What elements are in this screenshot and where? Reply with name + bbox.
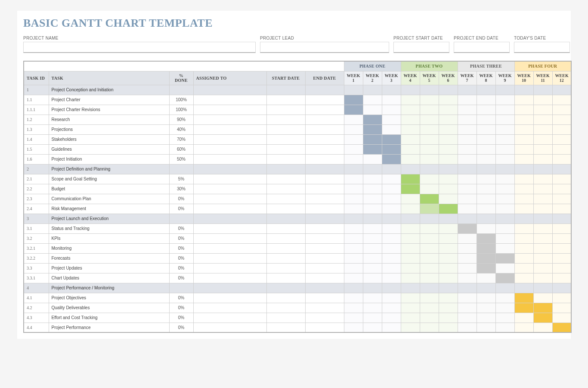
cell-task-name[interactable]: Project Definition and Planning xyxy=(49,164,169,174)
cell-week-7[interactable] xyxy=(458,124,477,134)
cell-task-name[interactable]: Communication Plan xyxy=(49,194,169,204)
cell-week-6[interactable] xyxy=(439,105,458,115)
cell-week-1[interactable] xyxy=(344,115,363,124)
cell-task-name[interactable]: Project Launch and Execution xyxy=(49,214,169,223)
cell-start-date[interactable] xyxy=(266,223,305,233)
project-lead-input[interactable] xyxy=(260,42,389,53)
cell-week-3[interactable] xyxy=(382,194,401,204)
cell-task-id[interactable]: 3.3.1 xyxy=(24,273,49,283)
cell-week-3[interactable] xyxy=(382,184,401,194)
cell-week-11[interactable] xyxy=(533,95,552,105)
cell-week-11[interactable] xyxy=(533,194,552,204)
cell-week-10[interactable] xyxy=(514,323,533,332)
cell-start-date[interactable] xyxy=(266,283,305,293)
cell-week-9[interactable] xyxy=(495,214,514,223)
cell-pct-done[interactable]: 90% xyxy=(169,115,193,124)
cell-week-12[interactable] xyxy=(552,323,571,332)
cell-task-id[interactable]: 3.2 xyxy=(24,233,49,243)
cell-pct-done[interactable]: 5% xyxy=(169,174,193,184)
cell-week-5[interactable] xyxy=(420,124,439,134)
cell-assigned-to[interactable] xyxy=(193,214,266,223)
cell-week-5[interactable] xyxy=(420,154,439,164)
cell-week-9[interactable] xyxy=(495,293,514,303)
cell-week-12[interactable] xyxy=(552,313,571,323)
cell-week-8[interactable] xyxy=(477,313,495,323)
cell-pct-done[interactable]: 100% xyxy=(169,105,193,115)
cell-week-8[interactable] xyxy=(477,303,495,313)
cell-week-7[interactable] xyxy=(458,184,477,194)
cell-task-name[interactable]: Quality Deliverables xyxy=(49,303,169,313)
cell-pct-done[interactable]: 40% xyxy=(169,124,193,134)
cell-assigned-to[interactable] xyxy=(193,283,266,293)
cell-week-4[interactable] xyxy=(401,214,420,223)
cell-pct-done[interactable]: 0% xyxy=(169,204,193,214)
cell-week-10[interactable] xyxy=(514,144,533,154)
cell-pct-done[interactable]: 0% xyxy=(169,194,193,204)
cell-week-10[interactable] xyxy=(514,204,533,214)
cell-week-7[interactable] xyxy=(458,283,477,293)
cell-start-date[interactable] xyxy=(266,303,305,313)
cell-start-date[interactable] xyxy=(266,115,305,124)
cell-week-11[interactable] xyxy=(533,253,552,263)
cell-assigned-to[interactable] xyxy=(193,263,266,273)
cell-week-10[interactable] xyxy=(514,293,533,303)
cell-week-10[interactable] xyxy=(514,85,533,95)
cell-week-9[interactable] xyxy=(495,233,514,243)
cell-week-8[interactable] xyxy=(477,214,495,223)
cell-task-name[interactable]: Project Objectives xyxy=(49,293,169,303)
cell-week-9[interactable] xyxy=(495,273,514,283)
cell-task-id[interactable]: 4.3 xyxy=(24,313,49,323)
cell-start-date[interactable] xyxy=(266,243,305,253)
cell-pct-done[interactable] xyxy=(169,164,193,174)
cell-pct-done[interactable] xyxy=(169,85,193,95)
cell-week-3[interactable] xyxy=(382,323,401,332)
cell-task-id[interactable]: 4.2 xyxy=(24,303,49,313)
cell-end-date[interactable] xyxy=(305,243,344,253)
cell-week-6[interactable] xyxy=(439,194,458,204)
cell-assigned-to[interactable] xyxy=(193,323,266,332)
cell-start-date[interactable] xyxy=(266,263,305,273)
cell-end-date[interactable] xyxy=(305,154,344,164)
cell-start-date[interactable] xyxy=(266,253,305,263)
cell-week-4[interactable] xyxy=(401,293,420,303)
cell-week-5[interactable] xyxy=(420,283,439,293)
cell-task-id[interactable]: 1.1 xyxy=(24,95,49,105)
cell-week-4[interactable] xyxy=(401,184,420,194)
cell-week-8[interactable] xyxy=(477,174,495,184)
cell-task-name[interactable]: Research xyxy=(49,115,169,124)
cell-week-5[interactable] xyxy=(420,303,439,313)
cell-start-date[interactable] xyxy=(266,313,305,323)
cell-task-name[interactable]: Scope and Goal Setting xyxy=(49,174,169,184)
cell-week-10[interactable] xyxy=(514,105,533,115)
cell-week-8[interactable] xyxy=(477,293,495,303)
cell-week-7[interactable] xyxy=(458,293,477,303)
cell-week-10[interactable] xyxy=(514,233,533,243)
cell-week-4[interactable] xyxy=(401,313,420,323)
cell-week-5[interactable] xyxy=(420,184,439,194)
cell-pct-done[interactable]: 50% xyxy=(169,154,193,164)
cell-week-9[interactable] xyxy=(495,283,514,293)
cell-end-date[interactable] xyxy=(305,124,344,134)
cell-week-11[interactable] xyxy=(533,243,552,253)
cell-task-id[interactable]: 2.1 xyxy=(24,174,49,184)
cell-end-date[interactable] xyxy=(305,204,344,214)
cell-week-2[interactable] xyxy=(363,253,382,263)
cell-week-12[interactable] xyxy=(552,243,571,253)
cell-week-1[interactable] xyxy=(344,283,363,293)
cell-week-2[interactable] xyxy=(363,164,382,174)
cell-assigned-to[interactable] xyxy=(193,105,266,115)
cell-end-date[interactable] xyxy=(305,115,344,124)
cell-week-6[interactable] xyxy=(439,154,458,164)
cell-week-3[interactable] xyxy=(382,253,401,263)
cell-end-date[interactable] xyxy=(305,263,344,273)
cell-week-3[interactable] xyxy=(382,85,401,95)
cell-task-id[interactable]: 3.2.1 xyxy=(24,243,49,253)
cell-start-date[interactable] xyxy=(266,233,305,243)
cell-task-name[interactable]: Status and Tracking xyxy=(49,223,169,233)
cell-pct-done[interactable]: 0% xyxy=(169,253,193,263)
cell-week-8[interactable] xyxy=(477,115,495,124)
cell-week-10[interactable] xyxy=(514,154,533,164)
cell-week-1[interactable] xyxy=(344,323,363,332)
cell-week-1[interactable] xyxy=(344,174,363,184)
cell-end-date[interactable] xyxy=(305,273,344,283)
